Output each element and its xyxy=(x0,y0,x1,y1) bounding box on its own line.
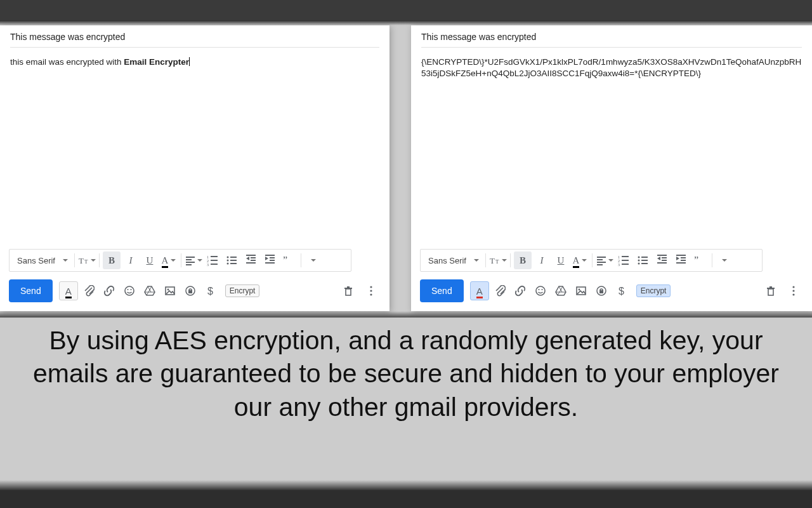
attach-file-button[interactable] xyxy=(490,281,509,300)
text-color-button[interactable]: A xyxy=(160,251,178,269)
caret-down-icon xyxy=(171,259,176,262)
caret-down-icon xyxy=(311,259,316,262)
caret-down-icon xyxy=(474,259,479,262)
confidential-mode-button[interactable] xyxy=(181,281,200,300)
outdent-button[interactable] xyxy=(653,251,671,269)
caret-down-icon xyxy=(722,259,727,262)
formatting-toggle-button[interactable]: A xyxy=(470,281,489,300)
insert-link-button[interactable] xyxy=(100,281,119,300)
ordered-list-button[interactable] xyxy=(204,251,221,269)
font-size-button[interactable] xyxy=(78,251,96,269)
body-text-bold: Email Encrypter xyxy=(124,57,189,67)
attach-file-button[interactable] xyxy=(79,281,98,300)
action-icons: A Encrypt xyxy=(470,281,671,300)
align-button[interactable] xyxy=(596,251,613,269)
separator xyxy=(301,253,301,267)
more-formatting-button[interactable] xyxy=(304,251,322,269)
confidential-mode-button[interactable] xyxy=(592,281,611,300)
compose-stage: This message was encrypted this email wa… xyxy=(0,25,812,311)
formatting-toolbar: Sans Serif B I U A xyxy=(9,249,351,272)
encrypt-button[interactable]: Encrypt xyxy=(225,284,260,297)
separator xyxy=(510,253,511,267)
font-size-button[interactable] xyxy=(489,251,507,269)
separator xyxy=(181,253,181,267)
text-cursor xyxy=(189,57,190,66)
italic-button[interactable]: I xyxy=(533,251,551,269)
discard-draft-button[interactable] xyxy=(761,281,780,300)
more-formatting-button[interactable] xyxy=(716,251,733,269)
indent-button[interactable] xyxy=(672,251,690,269)
separator xyxy=(99,253,100,267)
top-shadow xyxy=(0,20,812,25)
font-family-select[interactable]: Sans Serif xyxy=(12,256,72,265)
caret-down-icon xyxy=(582,259,587,262)
mid-shadow xyxy=(0,311,812,318)
body-text-prefix: this email was encrypted with xyxy=(10,57,124,67)
send-button[interactable]: Send xyxy=(9,279,53,302)
indent-button[interactable] xyxy=(261,251,278,269)
bold-button[interactable]: B xyxy=(103,251,121,269)
align-button[interactable] xyxy=(185,251,202,269)
insert-money-button[interactable] xyxy=(612,281,631,300)
message-body[interactable]: this email was encrypted with Email Encr… xyxy=(0,48,390,68)
underline-button[interactable]: U xyxy=(141,251,159,269)
italic-button[interactable]: I xyxy=(122,251,140,269)
quote-button[interactable] xyxy=(691,251,709,269)
separator xyxy=(74,253,75,267)
compose-pane-right: This message was encrypted {\ENCRYPTED\}… xyxy=(411,25,812,311)
action-icons: A Encrypt xyxy=(59,281,260,300)
caret-down-icon xyxy=(197,259,202,262)
separator xyxy=(485,253,486,267)
insert-photo-button[interactable] xyxy=(572,281,591,300)
caret-down-icon xyxy=(608,259,613,262)
insert-emoji-button[interactable] xyxy=(120,281,139,300)
formatting-toolbar: Sans Serif B I U A xyxy=(420,249,763,272)
caret-down-icon xyxy=(502,259,507,262)
underline-button[interactable]: U xyxy=(552,251,570,269)
encrypt-button[interactable]: Encrypt xyxy=(636,284,671,297)
subject-line[interactable]: This message was encrypted xyxy=(421,25,802,48)
compose-pane-left: This message was encrypted this email wa… xyxy=(0,25,390,311)
discard-draft-button[interactable] xyxy=(339,281,358,300)
font-family-label: Sans Serif xyxy=(428,256,466,265)
marketing-text-block: By using AES encryption, and a randomly … xyxy=(0,318,812,424)
insert-drive-button[interactable] xyxy=(140,281,159,300)
separator xyxy=(712,253,712,267)
insert-link-button[interactable] xyxy=(511,281,530,300)
message-body[interactable]: {\ENCRYPTED\}*U2FsdGVkX1/Px1klxPL7odR/1m… xyxy=(411,48,812,79)
unordered-list-button[interactable] xyxy=(634,251,652,269)
font-family-select[interactable]: Sans Serif xyxy=(423,256,483,265)
unordered-list-button[interactable] xyxy=(223,251,240,269)
compose-action-bar: Send A Encrypt xyxy=(420,279,803,302)
separator xyxy=(592,253,593,267)
insert-emoji-button[interactable] xyxy=(531,281,550,300)
quote-button[interactable] xyxy=(280,251,298,269)
insert-drive-button[interactable] xyxy=(551,281,570,300)
caret-down-icon xyxy=(91,259,96,262)
bottom-shadow xyxy=(0,480,812,490)
bottom-bar xyxy=(0,490,812,508)
insert-photo-button[interactable] xyxy=(160,281,180,300)
window-top-bar xyxy=(0,0,812,20)
ordered-list-button[interactable] xyxy=(615,251,632,269)
marketing-text: By using AES encryption, and a randomly … xyxy=(19,324,793,424)
outdent-button[interactable] xyxy=(242,251,259,269)
formatting-toggle-button[interactable]: A xyxy=(59,281,78,300)
subject-line[interactable]: This message was encrypted xyxy=(10,25,379,48)
text-color-button[interactable]: A xyxy=(571,251,589,269)
more-options-button[interactable] xyxy=(784,281,803,300)
insert-money-button[interactable] xyxy=(201,281,220,300)
send-button[interactable]: Send xyxy=(420,279,464,302)
caret-down-icon xyxy=(63,259,68,262)
font-family-label: Sans Serif xyxy=(17,256,55,265)
bold-button[interactable]: B xyxy=(514,251,532,269)
more-options-button[interactable] xyxy=(362,281,381,300)
compose-action-bar: Send A Encrypt xyxy=(9,279,381,302)
